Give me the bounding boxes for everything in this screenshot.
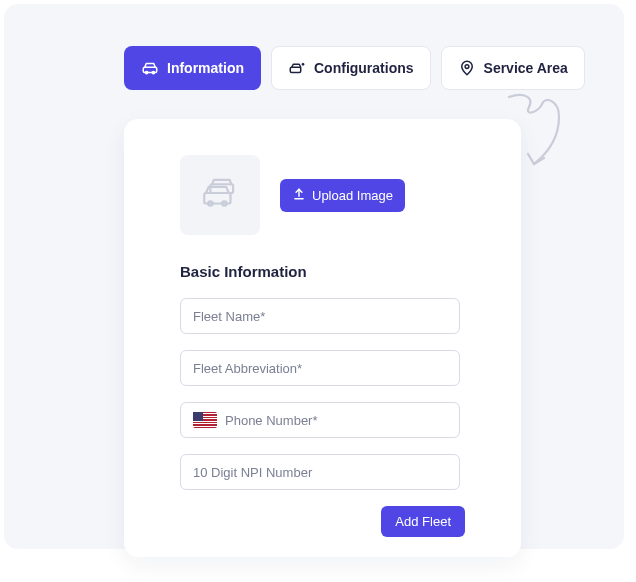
svg-rect-5 [210, 184, 233, 193]
fleet-abbreviation-input[interactable] [193, 361, 447, 376]
us-flag-icon [193, 412, 217, 428]
npi-field-wrapper [180, 454, 460, 490]
fleet-name-field-wrapper [180, 298, 460, 334]
tab-information[interactable]: Information [124, 46, 261, 90]
upload-icon [292, 187, 306, 204]
npi-input[interactable] [193, 465, 447, 480]
tab-configurations[interactable]: Configurations [271, 46, 431, 90]
svg-point-1 [146, 71, 148, 73]
settings-icon [288, 59, 306, 77]
svg-point-2 [152, 71, 154, 73]
upload-row: Upload Image [180, 155, 465, 235]
tabs-row: Information Configurations Service Area [124, 46, 624, 90]
fleet-abbreviation-field-wrapper [180, 350, 460, 386]
cars-icon [199, 172, 241, 218]
tab-label: Configurations [314, 60, 414, 76]
section-title: Basic Information [180, 263, 465, 280]
fleet-name-input[interactable] [193, 309, 447, 324]
add-fleet-button[interactable]: Add Fleet [381, 506, 465, 537]
image-placeholder [180, 155, 260, 235]
upload-button-label: Upload Image [312, 188, 393, 203]
svg-point-4 [465, 65, 469, 69]
car-icon [141, 59, 159, 77]
upload-image-button[interactable]: Upload Image [280, 179, 405, 212]
page-panel: Information Configurations Service Area [4, 4, 624, 549]
location-icon [458, 59, 476, 77]
form-card: Upload Image Basic Information Add Fleet [124, 119, 521, 557]
phone-field-wrapper [180, 402, 460, 438]
tab-service-area[interactable]: Service Area [441, 46, 585, 90]
phone-input[interactable] [225, 413, 447, 428]
tab-label: Information [167, 60, 244, 76]
form-footer: Add Fleet [180, 506, 465, 537]
svg-rect-3 [290, 67, 301, 72]
tab-label: Service Area [484, 60, 568, 76]
